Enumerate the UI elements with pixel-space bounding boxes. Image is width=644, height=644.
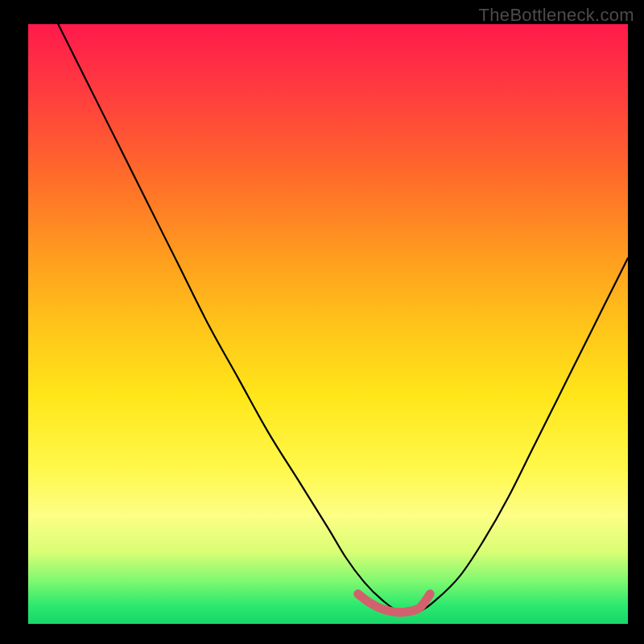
bottleneck-curve-path — [58, 24, 628, 613]
curve-layer — [28, 24, 628, 624]
chart-canvas: TheBottleneck.com — [0, 0, 644, 644]
watermark-text: TheBottleneck.com — [479, 5, 634, 26]
optimal-marker-path — [358, 594, 430, 613]
